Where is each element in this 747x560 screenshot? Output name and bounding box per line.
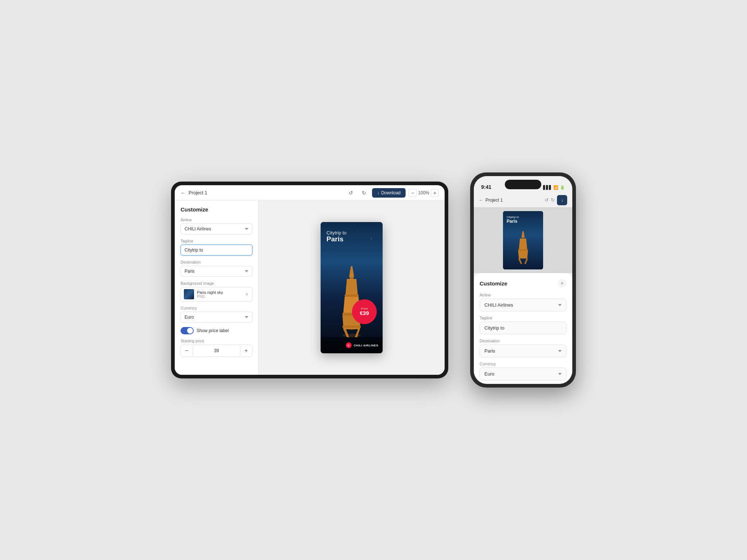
- tablet-screen: ← Project 1 ↺ ↻ ↓ Download − 100% +: [175, 185, 445, 375]
- svg-marker-15: [522, 231, 525, 238]
- phone-time: 9:41: [481, 184, 491, 190]
- phone-airline-field-group: Airline CHILI Airlines: [480, 293, 566, 311]
- phone-currency-field-group: Currency Euro: [480, 362, 566, 380]
- phone-project-title: Project 1: [485, 198, 503, 203]
- phone-redo-button[interactable]: ↻: [551, 197, 555, 203]
- undo-button[interactable]: ↺: [346, 188, 356, 198]
- sidebar-title: Customize: [181, 206, 252, 213]
- badge-price-value: €39: [360, 310, 369, 316]
- tagline-label: Tagline: [181, 239, 252, 243]
- phone-banner-preview: Citytrip to Paris: [503, 211, 543, 269]
- tablet-header-right: ↺ ↻ ↓ Download − 100% +: [346, 188, 439, 198]
- svg-rect-2: [350, 277, 353, 279]
- phone-tagline-label: Tagline: [480, 316, 566, 320]
- sheet-title: Customize: [480, 280, 507, 287]
- phone-back-button[interactable]: ←: [479, 198, 483, 203]
- phone-eiffel-tower: [515, 231, 531, 264]
- starting-price-field-group: Starting price − 39 +: [181, 339, 252, 357]
- zoom-out-button[interactable]: −: [409, 189, 417, 197]
- bg-image-type: PNG: [197, 295, 242, 299]
- destination-select[interactable]: Paris: [181, 266, 252, 277]
- phone-tagline-field-group: Tagline: [480, 316, 566, 334]
- currency-label: Currency: [181, 306, 252, 310]
- phone-currency-select[interactable]: Euro: [480, 368, 566, 380]
- banner-tagline: Citytrip to: [326, 230, 347, 236]
- canvas-area: Citytrip to Paris: [259, 201, 445, 375]
- phone-notch: [505, 180, 541, 189]
- show-price-label: Show price label: [197, 328, 229, 333]
- phone-undo-button[interactable]: ↺: [545, 197, 549, 203]
- download-label: Download: [381, 190, 400, 195]
- phone-header-left: ← Project 1: [479, 198, 503, 203]
- phone-banner-tagline: Citytrip to: [507, 215, 519, 219]
- airline-label: Airline: [181, 218, 252, 222]
- phone-sheet: Customize × Airline CHILI Airlines Tagli…: [474, 273, 572, 384]
- star: [364, 248, 364, 248]
- star: [371, 238, 372, 239]
- price-decrement-button[interactable]: −: [181, 345, 193, 357]
- phone-canvas: Citytrip to Paris: [474, 207, 572, 273]
- banner-text: Citytrip to Paris: [326, 230, 347, 243]
- bg-image-thumbnail: [184, 289, 194, 299]
- bg-image-info: Paris night sky PNG: [197, 290, 242, 299]
- price-value: 39: [193, 346, 240, 355]
- svg-rect-17: [518, 249, 528, 251]
- tagline-input[interactable]: [181, 245, 252, 256]
- tagline-field-group: Tagline: [181, 239, 252, 256]
- star: [357, 231, 357, 232]
- svg-marker-16: [519, 238, 527, 249]
- phone-currency-label: Currency: [480, 362, 566, 366]
- bg-image-field-group: Background image Paris night sky PNG ×: [181, 281, 252, 302]
- star: [330, 255, 330, 255]
- remove-bg-image-button[interactable]: ×: [245, 291, 249, 298]
- phone-screen: 9:41 ▋▋▋ 📶 🔋 ← Project 1 ↺ ↻ ↓: [474, 176, 572, 384]
- banner-preview: Citytrip to Paris: [321, 222, 383, 353]
- project-title: Project 1: [189, 190, 207, 195]
- phone-device: 9:41 ▋▋▋ 📶 🔋 ← Project 1 ↺ ↻ ↓: [470, 172, 576, 388]
- download-icon: ↓: [377, 190, 379, 195]
- price-increment-button[interactable]: +: [240, 345, 252, 357]
- phone-airline-label: Airline: [480, 293, 566, 297]
- phone-destination-field-group: Destination Paris: [480, 339, 566, 357]
- destination-label: Destination: [181, 260, 252, 264]
- bg-image-name: Paris night sky: [197, 290, 242, 295]
- svg-rect-4: [345, 295, 359, 297]
- phone-header-right: ↺ ↻ ↓: [545, 195, 567, 205]
- signal-icon: ▋▋▋: [543, 185, 552, 190]
- download-button[interactable]: ↓ Download: [372, 188, 406, 198]
- svg-point-14: [342, 334, 361, 337]
- price-badge: From €39: [352, 299, 377, 324]
- svg-marker-3: [345, 279, 358, 295]
- phone-download-icon: ↓: [561, 198, 563, 203]
- currency-field-group: Currency Euro: [181, 306, 252, 323]
- phone-banner-destination: Paris: [507, 219, 519, 224]
- zoom-in-button[interactable]: +: [431, 189, 439, 197]
- phone-tagline-input[interactable]: [480, 322, 566, 334]
- phone-airline-select[interactable]: CHILI Airlines: [480, 299, 566, 311]
- airline-logo-letter: C: [348, 344, 350, 347]
- currency-select[interactable]: Euro: [181, 312, 252, 323]
- phone-banner-text: Citytrip to Paris: [507, 215, 519, 224]
- tablet-device: ← Project 1 ↺ ↻ ↓ Download − 100% +: [171, 182, 448, 378]
- svg-rect-9: [343, 328, 360, 329]
- show-price-toggle-row: Show price label: [181, 327, 252, 334]
- starting-price-label: Starting price: [181, 339, 252, 343]
- phone-status-icons: ▋▋▋ 📶 🔋: [543, 185, 565, 190]
- destination-field-group: Destination Paris: [181, 260, 252, 277]
- redo-button[interactable]: ↻: [359, 188, 369, 198]
- phone-destination-label: Destination: [480, 339, 566, 343]
- airline-select[interactable]: CHILI Airlines: [181, 223, 252, 234]
- phone-download-button[interactable]: ↓: [557, 195, 567, 205]
- show-price-toggle[interactable]: [181, 327, 194, 334]
- starting-price-stepper: − 39 +: [181, 345, 252, 357]
- zoom-level: 100%: [418, 190, 429, 195]
- sheet-close-button[interactable]: ×: [558, 279, 566, 288]
- svg-marker-19: [518, 258, 522, 264]
- svg-rect-8: [342, 326, 361, 328]
- tablet-header-left: ← Project 1: [181, 190, 207, 196]
- tablet-header: ← Project 1 ↺ ↻ ↓ Download − 100% +: [175, 185, 445, 201]
- phone-destination-select[interactable]: Paris: [480, 345, 566, 357]
- svg-marker-18: [518, 251, 528, 258]
- airline-logo: C: [346, 342, 352, 348]
- back-button[interactable]: ←: [181, 190, 186, 196]
